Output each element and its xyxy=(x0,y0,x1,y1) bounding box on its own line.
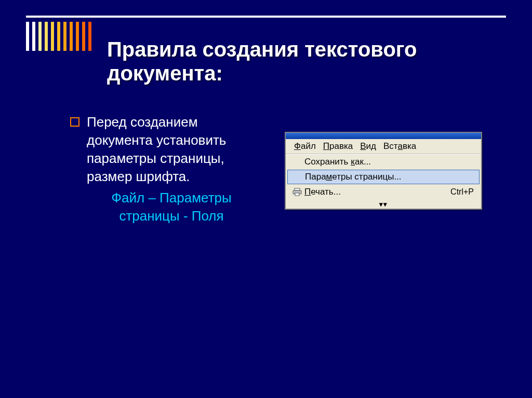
menu-item-print[interactable]: Печать... Ctrl+P xyxy=(286,185,481,199)
svg-rect-2 xyxy=(295,193,299,196)
u: П xyxy=(304,187,311,197)
stripe xyxy=(51,22,54,51)
t: Пара xyxy=(305,172,326,182)
stripe xyxy=(57,22,60,51)
printer-icon xyxy=(290,188,304,196)
bullet-item: Перед созданием документа установить пар… xyxy=(70,113,257,186)
menu-bar: Файл Правка Вид Вставка xyxy=(286,139,481,154)
stripe xyxy=(32,22,35,51)
stripe xyxy=(88,22,91,51)
t: етры страницы... xyxy=(332,172,401,182)
stripe xyxy=(38,22,42,51)
svg-rect-0 xyxy=(295,188,300,190)
t: Сохранить xyxy=(304,157,351,167)
u: В xyxy=(360,141,366,151)
stripe xyxy=(45,22,48,51)
menu-item-shortcut: Ctrl+P xyxy=(450,187,474,197)
t: Вст xyxy=(383,141,397,151)
menu-item-label: Параметры страницы... xyxy=(305,172,473,182)
menu-insert[interactable]: Вставка xyxy=(383,141,416,152)
path-text: Файл – Параметры страницы - Поля xyxy=(86,189,257,225)
slide-body: Перед созданием документа установить пар… xyxy=(70,113,257,226)
menu-item-save-as[interactable]: Сохранить как... xyxy=(286,155,481,169)
slide-title: Правила создания текстового документа: xyxy=(107,37,490,85)
t: ечать... xyxy=(311,187,341,197)
u: м xyxy=(326,172,332,182)
chevrons-down-icon: ▾▾ xyxy=(379,200,388,208)
menu-expand-chevron-icon[interactable]: ▾▾ xyxy=(286,199,481,209)
slide: Правила создания текстового документа: П… xyxy=(0,0,532,398)
t: ид xyxy=(366,141,376,151)
t: вка xyxy=(403,141,416,151)
menu-item-page-setup[interactable]: Параметры страницы... xyxy=(287,170,480,184)
u: Ф xyxy=(294,141,301,151)
menu-dropdown: Сохранить как... Параметры страницы... xyxy=(286,154,481,209)
menu-edit[interactable]: Правка xyxy=(323,141,353,152)
u: а xyxy=(397,141,402,151)
stripe xyxy=(76,22,79,51)
stripe xyxy=(82,22,85,51)
stripe xyxy=(70,22,73,51)
titlebar xyxy=(286,133,481,139)
bullet-square-icon xyxy=(70,117,79,127)
menu-screenshot: Файл Правка Вид Вставка Сохранить как...… xyxy=(285,132,482,210)
bullet-text: Перед созданием документа установить пар… xyxy=(87,113,257,186)
stripe xyxy=(26,22,29,51)
menu-item-label: Печать... xyxy=(304,187,450,197)
menu-view[interactable]: Вид xyxy=(360,141,376,152)
t: ак... xyxy=(355,157,371,167)
stripe xyxy=(63,22,66,51)
stripes xyxy=(26,22,91,51)
t: айл xyxy=(301,141,316,151)
u: П xyxy=(323,141,329,151)
menu-item-label: Сохранить как... xyxy=(304,157,474,167)
u: к xyxy=(351,157,355,167)
menu-file[interactable]: Файл xyxy=(294,141,316,152)
t: равка xyxy=(329,141,353,151)
top-rule xyxy=(26,16,506,18)
